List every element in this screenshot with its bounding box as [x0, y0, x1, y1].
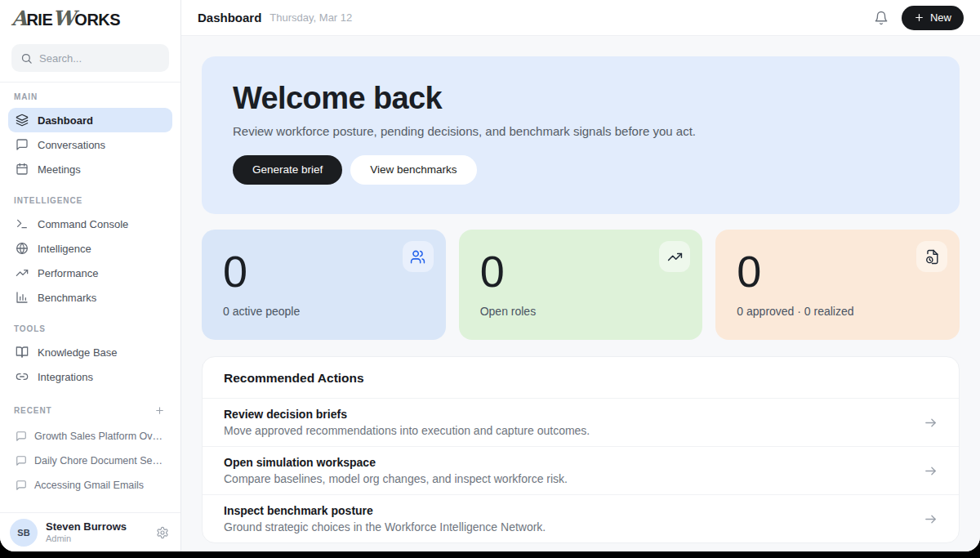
- globe-brain-icon: [16, 242, 29, 255]
- stat-cards-row: 0 0 active people 0 Open roles 0 0 appro…: [202, 230, 960, 340]
- arieworks-logo: ARIEWORKS: [11, 8, 120, 29]
- link-icon: [16, 370, 29, 383]
- file-clock-icon: [916, 241, 947, 272]
- message-icon: [16, 480, 27, 491]
- sidebar-nav: Main Dashboard Conversations: [0, 83, 180, 512]
- arrow-right-icon[interactable]: [924, 512, 938, 526]
- new-button[interactable]: New: [902, 6, 964, 30]
- calendar-icon: [16, 163, 29, 176]
- page-date: Thursday, Mar 12: [270, 11, 352, 24]
- action-row-review-decision-briefs[interactable]: Review decision briefs Move approved rec…: [203, 398, 959, 446]
- sidebar-item-integrations[interactable]: Integrations: [8, 364, 172, 389]
- app-window: ARIEWORKS Main Dashboard: [0, 0, 980, 551]
- section-label-recent: Recent: [14, 406, 52, 415]
- dashboard-content: Welcome back Review workforce posture, p…: [181, 36, 980, 551]
- action-row-open-simulation-workspace[interactable]: Open simulation workspace Compare baseli…: [203, 446, 959, 494]
- action-description: Ground strategic choices in the Workforc…: [224, 520, 911, 533]
- nav-section-tools: Tools Knowledge Base Integrations: [8, 324, 172, 389]
- search-area: [0, 36, 180, 83]
- recent-item[interactable]: Daily Chore Document Search ...: [8, 449, 172, 473]
- hero-title: Welcome back: [233, 80, 929, 118]
- recent-header: Recent: [14, 404, 167, 417]
- gear-icon[interactable]: [156, 526, 169, 539]
- recent-item[interactable]: Growth Sales Platform Overview: [8, 424, 172, 449]
- sidebar-item-label: Meetings: [38, 163, 81, 176]
- page-title: Dashboard: [198, 11, 261, 25]
- section-label-tools: Tools: [14, 324, 167, 333]
- search-icon: [20, 52, 33, 65]
- stat-card-open-roles: 0 Open roles: [459, 230, 703, 340]
- welcome-hero-card: Welcome back Review workforce posture, p…: [202, 56, 960, 214]
- message-icon: [16, 455, 27, 466]
- recent-item-label: Growth Sales Platform Overview: [34, 431, 165, 442]
- main-area: Dashboard Thursday, Mar 12 New Welcome b…: [181, 0, 980, 551]
- stat-label: 0 approved · 0 realized: [737, 305, 938, 318]
- layers-icon: [16, 114, 29, 127]
- recent-item-label: Daily Chore Document Search ...: [34, 455, 165, 466]
- sidebar-item-performance[interactable]: Performance: [8, 261, 172, 285]
- topbar-right: New: [874, 6, 964, 30]
- sidebar-item-conversations[interactable]: Conversations: [8, 132, 172, 157]
- view-benchmarks-button[interactable]: View benchmarks: [350, 155, 476, 185]
- sidebar-item-label: Command Console: [38, 218, 128, 230]
- recent-item[interactable]: Accessing Gmail Emails: [8, 473, 172, 498]
- recommended-actions-title: Recommended Actions: [203, 357, 959, 398]
- hero-subtitle: Review workforce posture, pending decisi…: [233, 124, 929, 138]
- sidebar-item-label: Performance: [38, 267, 98, 279]
- trending-up-icon: [659, 241, 690, 272]
- topbar: Dashboard Thursday, Mar 12 New: [181, 0, 980, 36]
- section-label-intelligence: Intelligence: [14, 196, 167, 205]
- logo-letter-a: A: [11, 8, 26, 29]
- terminal-icon: [16, 217, 29, 230]
- arrow-right-icon[interactable]: [924, 416, 938, 430]
- search-input[interactable]: [39, 52, 160, 65]
- stat-label: Open roles: [480, 305, 682, 318]
- logo-row: ARIEWORKS: [0, 0, 180, 36]
- action-description: Compare baselines, model org changes, an…: [224, 472, 911, 485]
- hero-buttons: Generate brief View benchmarks: [233, 155, 929, 185]
- sidebar-item-label: Integrations: [38, 371, 93, 383]
- book-open-icon: [16, 346, 29, 359]
- sidebar-item-benchmarks[interactable]: Benchmarks: [8, 285, 172, 310]
- stat-value: 0: [737, 249, 938, 294]
- add-recent-button[interactable]: [153, 404, 167, 417]
- logo-letter-w: W: [52, 8, 74, 29]
- action-title: Review decision briefs: [224, 408, 911, 421]
- message-icon: [16, 431, 27, 442]
- action-texts: Open simulation workspace Compare baseli…: [224, 456, 911, 485]
- generate-brief-button[interactable]: Generate brief: [233, 155, 342, 185]
- sidebar-item-meetings[interactable]: Meetings: [8, 157, 172, 181]
- plus-icon: [914, 12, 924, 23]
- sidebar-item-label: Benchmarks: [38, 292, 96, 304]
- bell-icon[interactable]: [874, 11, 889, 25]
- sidebar-item-label: Dashboard: [38, 114, 93, 127]
- action-texts: Review decision briefs Move approved rec…: [224, 408, 911, 437]
- logo-text-orks: ORKS: [74, 11, 120, 28]
- sidebar-item-dashboard[interactable]: Dashboard: [8, 108, 172, 132]
- action-description: Move approved recommendations into execu…: [224, 424, 911, 437]
- sidebar-item-label: Conversations: [38, 139, 105, 151]
- user-name: Steven Burrows: [46, 520, 148, 533]
- user-footer[interactable]: SB Steven Burrows Admin: [0, 512, 180, 551]
- nav-section-recent: Recent Growth Sales Platform Overview D: [8, 404, 172, 498]
- section-label-main: Main: [14, 92, 167, 101]
- stat-label: 0 active people: [223, 305, 425, 318]
- sidebar-item-knowledge-base[interactable]: Knowledge Base: [8, 340, 172, 364]
- sidebar-item-command-console[interactable]: Command Console: [8, 212, 172, 236]
- recent-item-label: Accessing Gmail Emails: [34, 480, 144, 491]
- sidebar-item-label: Intelligence: [38, 243, 91, 255]
- bar-chart-icon: [16, 291, 29, 304]
- search-box[interactable]: [11, 44, 169, 72]
- stat-card-approved-realized: 0 0 approved · 0 realized: [715, 230, 960, 340]
- sidebar: ARIEWORKS Main Dashboard: [0, 0, 181, 551]
- recommended-actions-card: Recommended Actions Review decision brie…: [202, 356, 960, 543]
- stat-value: 0: [480, 249, 682, 294]
- sidebar-item-intelligence[interactable]: Intelligence: [8, 236, 172, 261]
- action-row-inspect-benchmark-posture[interactable]: Inspect benchmark posture Ground strateg…: [203, 494, 959, 542]
- arrow-right-icon[interactable]: [924, 464, 938, 478]
- stat-value: 0: [223, 249, 425, 294]
- avatar: SB: [10, 519, 38, 547]
- sidebar-item-label: Knowledge Base: [38, 346, 118, 359]
- users-icon: [403, 241, 434, 272]
- action-texts: Inspect benchmark posture Ground strateg…: [224, 504, 911, 533]
